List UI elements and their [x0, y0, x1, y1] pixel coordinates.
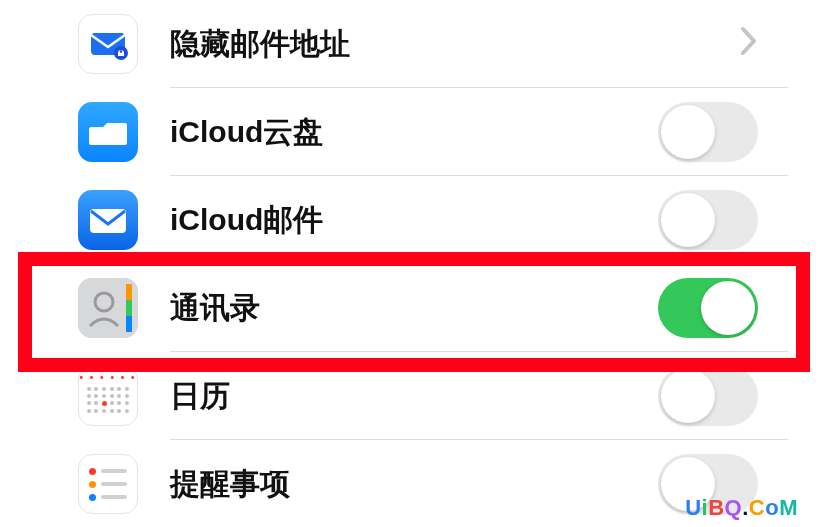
- settings-list: 隐藏邮件地址 iCloud云盘 iCloud邮件: [40, 0, 788, 527]
- svg-rect-6: [126, 300, 132, 316]
- contacts-icon: [78, 278, 138, 338]
- row-accessory: [658, 366, 758, 426]
- svg-rect-5: [126, 284, 132, 300]
- row-label: 日历: [170, 376, 658, 417]
- row-label: 通讯录: [170, 288, 658, 329]
- row-label: 提醒事项: [170, 464, 658, 505]
- svg-rect-7: [126, 316, 132, 332]
- row-accessory: [658, 190, 758, 250]
- row-contacts[interactable]: 通讯录: [40, 264, 788, 352]
- row-calendar[interactable]: • • • • • • 日历: [40, 352, 788, 440]
- row-label: 隐藏邮件地址: [170, 24, 740, 65]
- reminders-icon: [78, 454, 138, 514]
- row-icloud-drive[interactable]: iCloud云盘: [40, 88, 788, 176]
- toggle-contacts[interactable]: [658, 278, 758, 338]
- row-icloud-mail[interactable]: iCloud邮件: [40, 176, 788, 264]
- row-label: iCloud云盘: [170, 112, 658, 153]
- calendar-icon: • • • • • •: [78, 366, 138, 426]
- mail-icon: [78, 190, 138, 250]
- row-accessory: [658, 278, 758, 338]
- toggle-icloud-mail[interactable]: [658, 190, 758, 250]
- toggle-calendar[interactable]: [658, 366, 758, 426]
- drive-icon: [78, 102, 138, 162]
- row-label: iCloud邮件: [170, 200, 658, 241]
- watermark: UiBQ.CoM: [685, 495, 798, 521]
- chevron-right-icon: [740, 25, 758, 64]
- svg-point-2: [120, 50, 123, 53]
- row-accessory: [658, 102, 758, 162]
- row-hide-mail[interactable]: 隐藏邮件地址: [40, 0, 788, 88]
- row-reminders[interactable]: 提醒事项: [40, 440, 788, 527]
- toggle-icloud-drive[interactable]: [658, 102, 758, 162]
- row-accessory: [740, 25, 758, 64]
- hide-mail-icon: [78, 14, 138, 74]
